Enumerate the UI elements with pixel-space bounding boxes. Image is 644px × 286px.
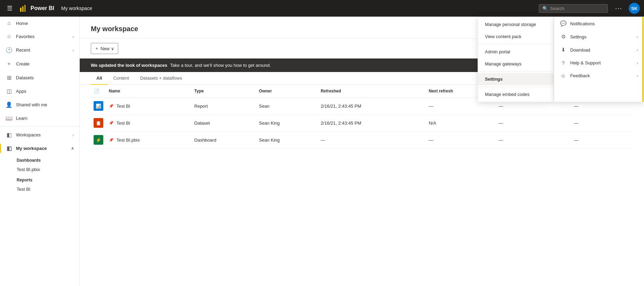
dropdown-feedback[interactable]: ☺ Feedback › (554, 69, 644, 82)
plus-icon: ＋ (95, 45, 99, 52)
help-icon: ? (560, 60, 567, 66)
chevron-down-icon: ∧ (71, 146, 74, 151)
report-icon: 📊 (94, 101, 103, 111)
row-endorsement-cell: — (496, 115, 571, 132)
sidebar-label: Apps (16, 89, 74, 94)
dropdown-settings[interactable]: Settings (478, 73, 554, 85)
row-refreshed-cell: 2/16/21, 2:43:45 PM (318, 98, 426, 115)
dropdown-notifications[interactable]: 💬 Notifications (554, 17, 644, 30)
yellow-accent-bar (642, 17, 644, 102)
create-icon: ＋ (6, 60, 12, 68)
sidebar-divider (0, 126, 79, 127)
dropdown-settings[interactable]: ⚙ Settings › (554, 30, 644, 43)
dropdown-view-content[interactable]: View content pack (478, 30, 554, 43)
search-box[interactable]: 🔍 Search (539, 4, 608, 13)
dropdown-manage-gateways[interactable]: Manage gateways (478, 58, 554, 70)
sidebar-item-shared[interactable]: 👤 Shared with me (0, 98, 79, 111)
sidebar-item-workspaces[interactable]: ◧ Workspaces › (0, 128, 79, 142)
sidebar-item-favorites[interactable]: ☆ Favorites › (0, 30, 79, 43)
chevron-right-icon: › (637, 61, 638, 65)
favorites-icon: ☆ (6, 33, 12, 40)
chevron-right-icon: › (637, 74, 638, 78)
dropdown-embed-codes[interactable]: Manage embed codes (478, 88, 554, 100)
chevron-right-icon: › (637, 35, 638, 39)
row-refreshed-cell: — (318, 132, 426, 149)
sidebar-label: Datasets (16, 75, 74, 80)
datasets-icon: ⊞ (6, 74, 12, 81)
col-refreshed[interactable]: Refreshed (318, 85, 426, 98)
sidebar-label: Create (16, 61, 74, 66)
more-options-icon[interactable]: ⋯ (612, 3, 625, 14)
my-workspace-icon: ◧ (6, 145, 12, 152)
new-button[interactable]: ＋ New ∨ (91, 43, 118, 54)
sidebar-item-recent[interactable]: 🕐 Recent › (0, 43, 79, 57)
dropdown-divider (478, 44, 554, 44)
svg-rect-2 (24, 5, 26, 12)
pin-icon: 📌 (109, 104, 114, 108)
workspace-label: My workspace (61, 6, 92, 11)
hamburger-icon[interactable]: ☰ (4, 5, 15, 12)
shared-icon: 👤 (6, 101, 12, 108)
chevron-right-icon: › (72, 133, 74, 137)
col-name[interactable]: Name (106, 85, 192, 98)
sidebar-sub-item-testbi-pbix[interactable]: Test BI.pbix (0, 164, 79, 175)
col-owner[interactable]: Owner (256, 85, 318, 98)
settings-dropdown: Manage personal storage View content pac… (478, 17, 554, 102)
sidebar-item-learn[interactable]: 📖 Learn (0, 111, 79, 125)
search-placeholder: Search (550, 6, 564, 11)
col-type[interactable]: Type (192, 85, 256, 98)
main-dropdown: 💬 Notifications ⚙ Settings › ⬇ Download … (554, 17, 644, 102)
sidebar-label: My workspace (16, 146, 68, 151)
row-name-cell[interactable]: 📌 Test BI.pbix (106, 132, 192, 149)
tab-all[interactable]: All (91, 72, 108, 85)
settings-icon: ⚙ (560, 34, 567, 40)
dropdown-download[interactable]: ⬇ Download › (554, 43, 644, 56)
dropdown-divider (478, 71, 554, 72)
dashboards-section-label: Dashboards (0, 155, 79, 164)
row-icon-cell: 📊 (91, 98, 106, 115)
chevron-down-icon: ∨ (111, 46, 114, 51)
dashboard-icon: ⚡ (94, 135, 103, 145)
dropdown-container: Manage personal storage View content pac… (478, 17, 644, 102)
row-owner-cell: Sean King (256, 132, 318, 149)
table-row: 📋 📌 Test BI Dataset Sean King 2/16/21, 2… (91, 115, 633, 132)
sidebar-label: Workspaces (16, 132, 69, 137)
row-owner-cell: Sean (256, 98, 318, 115)
user-avatar[interactable]: SK (629, 3, 640, 14)
sidebar-sub-item-testbi[interactable]: Test BI (0, 184, 79, 195)
chevron-right-icon: › (72, 48, 74, 52)
dropdown-admin-portal[interactable]: Admin portal (478, 46, 554, 58)
row-next-refresh-cell: N/A (426, 115, 496, 132)
banner-bold-text: We updated the look of workspaces (91, 63, 167, 68)
row-sensitivity-cell: — (571, 115, 633, 132)
item-name-link[interactable]: Test BI (116, 104, 130, 109)
feedback-label: Feedback (570, 73, 590, 78)
row-endorsement-cell: — (496, 132, 571, 149)
dropdown-help-support[interactable]: ? Help & Support › (554, 56, 644, 69)
download-label: Download (570, 47, 590, 53)
item-name-link[interactable]: Test BI.pbix (116, 137, 140, 143)
sidebar-item-apps[interactable]: ◫ Apps (0, 84, 79, 98)
tab-datasets[interactable]: Datasets + dataflows (134, 72, 188, 85)
row-name-cell[interactable]: 📌 Test BI (106, 115, 192, 132)
item-name-link[interactable]: Test BI (116, 120, 130, 126)
row-refreshed-cell: 2/16/21, 2:43:45 PM (318, 115, 426, 132)
dropdown-divider (478, 87, 554, 87)
sidebar-item-my-workspace[interactable]: ◧ My workspace ∧ (0, 142, 79, 155)
sidebar-item-home[interactable]: ⌂ Home (0, 17, 79, 30)
row-type-cell: Dataset (192, 115, 256, 132)
sidebar-item-create[interactable]: ＋ Create (0, 57, 79, 71)
home-icon: ⌂ (6, 20, 12, 26)
pin-icon: 📌 (109, 121, 114, 125)
row-name-cell[interactable]: 📌 Test BI (106, 98, 192, 115)
chevron-right-icon: › (72, 35, 74, 39)
sidebar-item-datasets[interactable]: ⊞ Datasets (0, 71, 79, 84)
row-icon-cell: ⚡ (91, 132, 106, 149)
notifications-icon: 💬 (560, 20, 567, 27)
svg-rect-0 (20, 8, 21, 12)
row-next-refresh-cell: — (426, 132, 496, 149)
workspaces-icon: ◧ (6, 132, 12, 138)
dropdown-manage-storage[interactable]: Manage personal storage (478, 18, 554, 30)
tab-content[interactable]: Content (108, 72, 135, 85)
search-icon: 🔍 (542, 6, 548, 11)
